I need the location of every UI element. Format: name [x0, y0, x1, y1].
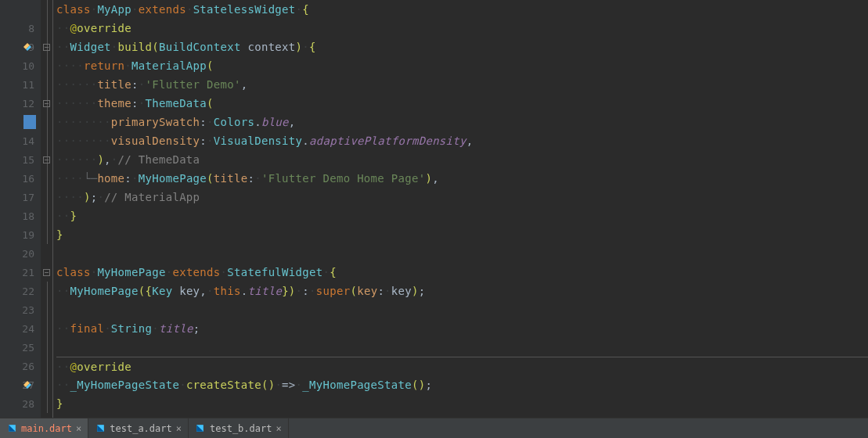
code-line[interactable]: ··Widget·build(BuildContext context)·{	[56, 38, 868, 56]
code-line[interactable]: }	[56, 225, 868, 244]
code-line[interactable]: ··_MyHomePageState·createState()·=>·_MyH…	[56, 375, 868, 394]
code-line[interactable]: ··final·String·title;	[56, 319, 868, 338]
line-number: 17	[22, 192, 34, 203]
line-number: 25	[22, 342, 34, 354]
tab-label: test_b.dart	[210, 423, 272, 434]
line-number: 29	[22, 417, 34, 418]
fold-toggle-icon[interactable]	[43, 44, 50, 51]
code-line[interactable]	[56, 338, 868, 357]
editor-tabs: main.dart × test_a.dart × test_b.dart ×	[0, 418, 868, 438]
code-line[interactable]: ········primarySwatch:·Colors.blue,	[56, 113, 868, 131]
tab-label: test_a.dart	[110, 423, 171, 434]
line-number: 22	[22, 285, 34, 297]
close-icon[interactable]: ×	[76, 423, 81, 434]
code-line[interactable]: ······),·// ThemeData	[56, 150, 868, 169]
line-number: 23	[22, 304, 34, 316]
line-number: 21	[22, 267, 34, 278]
tab-label: main.dart	[21, 423, 72, 434]
flutter-reload-icon[interactable]	[20, 378, 34, 392]
line-number: 16	[22, 173, 34, 185]
tab-test-a[interactable]: test_a.dart ×	[88, 418, 189, 438]
code-line[interactable]: class·MyHomePage·extends·StatefulWidget·…	[56, 263, 868, 282]
tab-test-b[interactable]: test_b.dart ×	[189, 418, 289, 438]
dart-file-icon	[195, 423, 206, 434]
line-number: 18	[22, 210, 34, 222]
code-line[interactable]: ····);·// MaterialApp	[56, 188, 868, 206]
close-icon[interactable]: ×	[176, 423, 182, 434]
gutter: 8 9 10 11 12 13 14 15 16 17 18 19 20 21 …	[0, 0, 41, 418]
code-line[interactable]: ········visualDensity:·VisualDensity.ada…	[56, 131, 868, 150]
fold-column	[41, 0, 53, 418]
line-number: 19	[22, 229, 34, 241]
tab-main-dart[interactable]: main.dart ×	[0, 418, 88, 438]
code-line[interactable]: ··}	[56, 206, 868, 225]
code-line[interactable]: ····return·MaterialApp(	[56, 56, 868, 75]
code-line[interactable]: ··@override	[56, 357, 868, 375]
close-icon[interactable]: ×	[276, 423, 281, 434]
line-number: 11	[22, 79, 34, 91]
code-line[interactable]: ··@override	[56, 19, 868, 38]
line-number: 15	[22, 154, 34, 166]
dart-file-icon	[95, 423, 106, 434]
flutter-reload-icon[interactable]	[20, 40, 34, 54]
line-number: 20	[22, 248, 34, 260]
fold-toggle-icon[interactable]	[43, 269, 50, 276]
code-line[interactable]: ······title:·'Flutter Demo',	[56, 75, 868, 94]
line-number: 24	[22, 323, 34, 335]
line-number: 8	[28, 23, 34, 34]
line-number: 12	[22, 98, 34, 110]
code-line[interactable]	[56, 244, 868, 263]
line-number: 10	[22, 60, 34, 72]
line-number: 28	[22, 398, 34, 410]
code-line[interactable]: ······theme:·ThemeData(	[56, 94, 868, 113]
fold-toggle-icon[interactable]	[43, 156, 50, 163]
fold-toggle-icon[interactable]	[43, 100, 50, 107]
line-number: 14	[22, 135, 34, 147]
code-line[interactable]: }	[56, 394, 868, 413]
code-line[interactable]	[56, 300, 868, 319]
dart-file-icon	[6, 423, 17, 434]
code-area[interactable]: class·MyApp·extends·StatelessWidget·{ ··…	[53, 0, 868, 418]
code-editor[interactable]: 8 9 10 11 12 13 14 15 16 17 18 19 20 21 …	[0, 0, 868, 418]
code-line[interactable]: class·MyApp·extends·StatelessWidget·{	[56, 0, 868, 19]
line-number: 26	[22, 361, 34, 372]
color-indicator[interactable]	[23, 115, 36, 129]
code-line[interactable]: ····└─home:·MyHomePage(title:·'Flutter D…	[56, 169, 868, 188]
code-line[interactable]: ··MyHomePage({Key key,·this.title})·:·su…	[56, 282, 868, 300]
